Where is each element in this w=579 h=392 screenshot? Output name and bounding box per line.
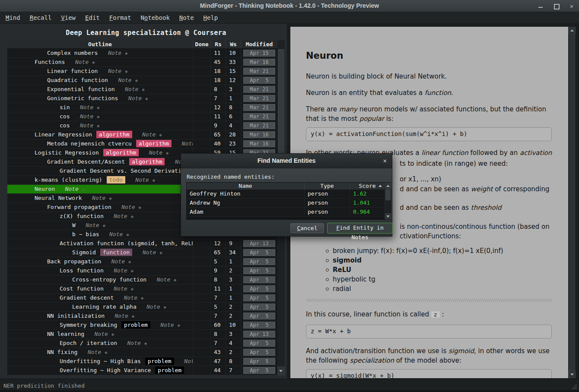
note-link[interactable]: Note ◆: [70, 104, 99, 111]
entities-scroll-up[interactable]: [385, 183, 391, 189]
outline-row[interactable]: Exponential function Note ◆83Mar 21: [7, 85, 277, 94]
menu-item-mind[interactable]: Mind: [1, 13, 25, 22]
outline-row[interactable]: Metoda nejmensich ctvercualgorithm Note …: [7, 139, 277, 149]
row-title-cell: b ~ bias Note ◆: [7, 230, 193, 239]
note-link[interactable]: Note ◆: [184, 367, 193, 373]
outline-row[interactable]: Cross-entropy function Note ◆83Apr 5: [7, 275, 277, 285]
outline-row[interactable]: NN fixing Note ◆432Apr 5: [7, 348, 277, 357]
header-modified[interactable]: Modified: [241, 40, 277, 48]
outline-row[interactable]: Loss function Note ◆92Apr 5: [7, 266, 277, 275]
note-link[interactable]: Note ◆: [99, 231, 129, 237]
dialog-close-icon[interactable]: ✕: [383, 157, 387, 164]
note-link[interactable]: Note ◆: [111, 204, 141, 210]
note-link[interactable]: Note ◆: [104, 213, 134, 219]
note-scroll-down[interactable]: [569, 370, 576, 378]
header-name[interactable]: Name: [187, 183, 304, 190]
menu-item-view[interactable]: View: [56, 13, 80, 22]
menu-item-help[interactable]: Help: [199, 13, 223, 22]
outline-row[interactable]: sin Note ◆128Mar 21: [7, 103, 277, 112]
outline-row[interactable]: Linear Regressionalgorithm Note ◆6528Mar…: [7, 130, 277, 139]
note-link[interactable]: Note ◆: [104, 285, 134, 292]
note-link[interactable]: Note ◆: [172, 140, 193, 147]
entity-row[interactable]: Andrew Ngperson1.041: [187, 199, 385, 208]
note-link[interactable]: Note ◆: [108, 77, 138, 83]
note-link[interactable]: Note ◆: [125, 177, 155, 183]
note-scroll-thumb[interactable]: [569, 35, 575, 371]
menu-item-edit[interactable]: Edit: [80, 13, 105, 22]
outline-row[interactable]: Linear function Note ◆1815Mar 21: [7, 67, 277, 76]
note-link[interactable]: Note ◆: [105, 313, 134, 319]
note-scroll-up[interactable]: [569, 27, 576, 35]
dialog-titlebar[interactable]: Find Named Entities ✕: [181, 154, 392, 168]
menu-item-recall[interactable]: Recall: [25, 13, 57, 22]
note-link[interactable]: Note ◆: [137, 303, 166, 310]
close-icon[interactable]: ✕: [569, 3, 575, 9]
note-link[interactable]: Note ◆: [104, 267, 134, 274]
note-link[interactable]: Note ◆: [174, 358, 193, 364]
outline-row[interactable]: Gradient descent Note ◆71Apr 5: [7, 294, 277, 303]
note-link[interactable]: Note ◆: [65, 59, 95, 65]
header-ws[interactable]: Ws: [226, 40, 241, 48]
outline-row[interactable]: Cost function Note ◆111Apr 5: [7, 285, 277, 294]
find-entity-button[interactable]: Find Entity in Notes: [327, 223, 393, 234]
outline-row[interactable]: NN learning Note ◆83Apr 13: [7, 330, 277, 339]
outline-row[interactable]: Goniometric functions Note ◆71Mar 21: [7, 94, 277, 103]
header-score[interactable]: Score: [350, 183, 385, 190]
outline-row[interactable]: Sigmoidfunction Note ◆6534Apr 5: [7, 248, 277, 257]
note-link[interactable]: Note ◆: [77, 349, 107, 355]
note-link[interactable]: Note ◆: [70, 113, 99, 120]
note-link[interactable]: Note ◆: [139, 149, 169, 156]
outline-row[interactable]: cos Note ◆116Mar 21: [7, 112, 277, 121]
outline-row[interactable]: Complex numbers Note ◆1110Apr 15: [7, 49, 277, 58]
note-link[interactable]: Note ◆: [146, 276, 176, 283]
outline-scroll-down[interactable]: [277, 367, 285, 375]
note-link[interactable]: Note ◆: [82, 195, 112, 201]
menu-item-note[interactable]: Note: [175, 13, 199, 22]
note-link[interactable]: Note ◆: [55, 186, 85, 192]
done-cell: [193, 321, 210, 329]
note-link[interactable]: Note ◆: [98, 50, 127, 56]
outline-row[interactable]: cos Note ◆94Mar 21: [7, 121, 277, 130]
outline-row[interactable]: Activation function (sigmoid, tanh, ReLU…: [7, 239, 277, 248]
note-link[interactable]: Note ◆: [76, 222, 105, 228]
maximize-icon[interactable]: [553, 3, 559, 9]
outline-row[interactable]: Learning rate alpha Note ◆52Apr 5: [7, 303, 277, 312]
menu-item-notebook[interactable]: Notebook: [136, 13, 174, 22]
header-rs[interactable]: Rs: [210, 40, 226, 48]
outline-row[interactable]: Quadratic function Note ◆1812Apr 5: [7, 76, 277, 85]
outline-row[interactable]: Back propagation Note ◆51Apr 5: [7, 257, 277, 266]
outline-row[interactable]: NN initialization Note ◆72Apr 5: [7, 312, 277, 321]
outline-row[interactable]: Underfitting ~ High Biasproblem Note ◆47…: [7, 357, 277, 366]
note-link[interactable]: Note ◆: [132, 249, 162, 256]
header-done[interactable]: Done: [193, 40, 210, 48]
note-link[interactable]: Note ◆: [114, 294, 143, 301]
note-link[interactable]: Note ◆: [132, 131, 162, 138]
note-link[interactable]: Note ◆: [70, 122, 99, 129]
note-link[interactable]: Note ◆: [150, 322, 180, 328]
header-type[interactable]: Type: [304, 183, 350, 190]
entities-scroll-down[interactable]: [385, 213, 391, 219]
outline-row[interactable]: Functions Note ◆4533Mar 16: [7, 58, 277, 67]
note-link[interactable]: Note ◆: [101, 258, 131, 265]
note-link[interactable]: Note ◆: [98, 68, 127, 74]
entities-scrollbar[interactable]: [385, 183, 391, 219]
outline-row[interactable]: Epoch / iteration Note ◆74Apr 5: [7, 339, 277, 348]
note-link[interactable]: Note ◆: [117, 340, 147, 346]
entity-row[interactable]: Geoffrey Hintonperson1.62: [187, 190, 385, 199]
note-scrollbar[interactable]: [569, 27, 576, 378]
minimize-icon[interactable]: [538, 3, 544, 9]
window-title: MindForger - Thinking Notebook - 1.42.0 …: [0, 2, 579, 9]
entities-scroll-thumb[interactable]: [385, 189, 391, 200]
cancel-button[interactable]: Cancel: [290, 223, 324, 233]
outline-row[interactable]: Overfitting ~ High Varianceproblem Note …: [7, 366, 277, 375]
resize-grip-icon[interactable]: [572, 384, 577, 389]
header-outline[interactable]: Outline: [7, 40, 193, 48]
note-link[interactable]: Note ◆: [115, 86, 145, 92]
outline-row[interactable]: Symmetry breakingproblem Note ◆6010Apr 5: [7, 321, 277, 330]
entity-row[interactable]: Adamperson0.964: [187, 208, 385, 217]
done-cell: [193, 266, 210, 275]
note-link[interactable]: Note ◆: [84, 331, 114, 337]
outline-scroll-thumb[interactable]: [278, 49, 284, 170]
menu-item-format[interactable]: Format: [105, 13, 136, 22]
note-link[interactable]: Note ◆: [118, 95, 148, 101]
